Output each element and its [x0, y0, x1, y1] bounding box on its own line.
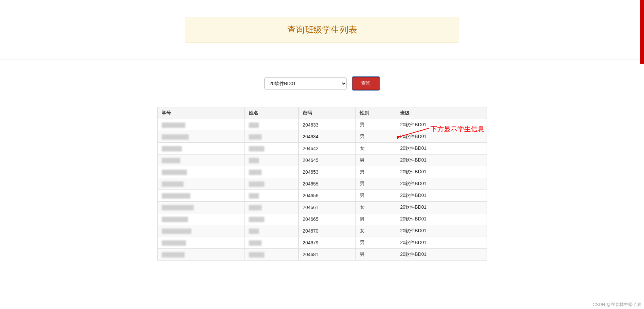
cell-name [245, 225, 299, 237]
cell-id [157, 225, 245, 237]
table-row: 204670女20软件BD01 [157, 225, 487, 237]
cell-id [157, 166, 245, 178]
table-row: 204645男20软件BD01 [157, 154, 487, 166]
cell-class: 20软件BD01 [396, 213, 487, 225]
header-id: 学号 [157, 107, 245, 119]
cell-pwd: 204633 [299, 119, 356, 131]
cell-id [157, 202, 245, 213]
cell-class: 20软件BD01 [396, 190, 487, 202]
header-pwd: 密码 [299, 107, 356, 119]
cell-name [245, 131, 299, 143]
cell-gender: 男 [355, 237, 396, 249]
cell-class: 20软件BD01 [396, 166, 487, 178]
search-row: 20软件BD01 查询 [0, 77, 644, 90]
cell-name [245, 119, 299, 131]
cell-pwd: 204656 [299, 190, 356, 202]
header-gender: 性别 [355, 107, 396, 119]
table-row: 204661女20软件BD01 [157, 202, 487, 213]
cell-gender: 男 [355, 154, 396, 166]
cell-class: 20软件BD01 [396, 237, 487, 249]
cell-pwd: 204681 [299, 249, 356, 261]
cell-pwd: 204665 [299, 213, 356, 225]
cell-id [157, 249, 245, 261]
cell-name [245, 213, 299, 225]
cell-id [157, 237, 245, 249]
cell-class: 20软件BD01 [396, 249, 487, 261]
query-button[interactable]: 查询 [352, 77, 380, 90]
cell-gender: 女 [355, 225, 396, 237]
cell-name [245, 249, 299, 261]
cell-name [245, 178, 299, 190]
page-title: 查询班级学生列表 [192, 24, 452, 36]
annotation-arrow [397, 127, 430, 140]
cell-class: 20软件BD01 [396, 154, 487, 166]
table-row: 204642女20软件BD01 [157, 143, 487, 154]
cell-gender: 男 [355, 249, 396, 261]
cell-gender: 男 [355, 178, 396, 190]
cell-pwd: 204642 [299, 143, 356, 154]
table-row: 204679男20软件BD01 [157, 237, 487, 249]
cell-gender: 女 [355, 202, 396, 213]
table-row: 204665男20软件BD01 [157, 213, 487, 225]
cell-name [245, 143, 299, 154]
cell-name [245, 154, 299, 166]
cell-class: 20软件BD01 [396, 202, 487, 213]
cell-class: 20软件BD01 [396, 178, 487, 190]
table-row: 204681男20软件BD01 [157, 249, 487, 261]
annotation-text: 下方显示学生信息 [430, 125, 484, 134]
cell-pwd: 204655 [299, 178, 356, 190]
svg-line-0 [400, 128, 429, 137]
cell-id [157, 131, 245, 143]
page-header-banner: 查询班级学生列表 [185, 17, 459, 43]
cell-id [157, 213, 245, 225]
cell-name [245, 166, 299, 178]
cell-name [245, 237, 299, 249]
class-select[interactable]: 20软件BD01 [264, 77, 347, 90]
cell-gender: 男 [355, 131, 396, 143]
cell-name [245, 190, 299, 202]
cell-gender: 男 [355, 190, 396, 202]
cell-gender: 男 [355, 119, 396, 131]
cell-id [157, 178, 245, 190]
cell-name [245, 202, 299, 213]
cell-pwd: 204661 [299, 202, 356, 213]
table-header-row: 学号 姓名 密码 性别 班级 [157, 107, 487, 119]
scrollbar[interactable] [640, 0, 644, 64]
cell-pwd: 204670 [299, 225, 356, 237]
table-row: 204656男20软件BD01 [157, 190, 487, 202]
cell-pwd: 204634 [299, 131, 356, 143]
cell-id [157, 154, 245, 166]
cell-id [157, 119, 245, 131]
cell-pwd: 204653 [299, 166, 356, 178]
cell-pwd: 204679 [299, 237, 356, 249]
header-name: 姓名 [245, 107, 299, 119]
cell-class: 20软件BD01 [396, 143, 487, 154]
table-row: 204653男20软件BD01 [157, 166, 487, 178]
cell-id [157, 190, 245, 202]
table-row: 204655男20软件BD01 [157, 178, 487, 190]
cell-gender: 男 [355, 166, 396, 178]
cell-class: 20软件BD01 [396, 225, 487, 237]
header-class: 班级 [396, 107, 487, 119]
cell-gender: 女 [355, 143, 396, 154]
cell-id [157, 143, 245, 154]
cell-gender: 男 [355, 213, 396, 225]
cell-pwd: 204645 [299, 154, 356, 166]
top-divider [0, 60, 644, 60]
